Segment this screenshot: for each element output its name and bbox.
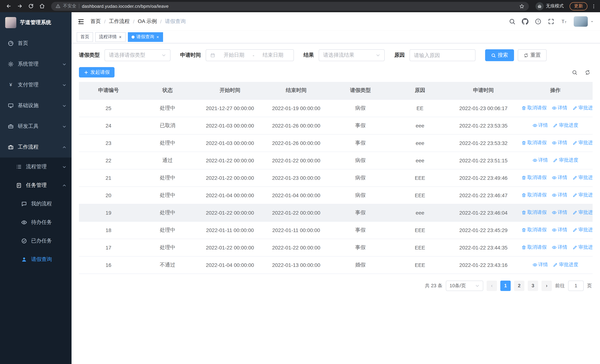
browser-update-button[interactable]: 更新 [570, 2, 587, 10]
browser-toolbar: 不安全 dashboard.yudao.iocoder.cn/bpm/oa/le… [0, 0, 600, 12]
help-button[interactable]: ? [535, 18, 542, 25]
close-tab-icon[interactable]: × [156, 34, 159, 39]
toggle-search-button[interactable] [572, 69, 577, 75]
font-size-button[interactable]: TT [561, 18, 567, 25]
leave-type-select[interactable]: 请选择请假类型 [104, 49, 170, 61]
approval-progress-link[interactable]: 审批进度 [572, 192, 593, 198]
tab-process-detail[interactable]: 流程详情 × [95, 32, 126, 42]
detail-link[interactable]: 详情 [552, 105, 567, 111]
browser-home-button[interactable] [37, 1, 47, 11]
breadcrumb-separator: / [133, 19, 134, 24]
detail-link[interactable]: 详情 [552, 192, 567, 198]
sidebar-item-dev-tools[interactable]: 研发工具 [0, 116, 72, 137]
sidebar-item-workflow[interactable]: 工作流程 [0, 137, 72, 158]
search-button[interactable]: 搜索 [485, 49, 514, 61]
cancel-leave-link[interactable]: 取消请假 [521, 227, 547, 233]
breadcrumb: 首页 / 工作流程 / OA 示例 / 请假查询 [90, 18, 186, 25]
breadcrumb-home[interactable]: 首页 [90, 18, 101, 25]
github-link[interactable] [522, 18, 528, 25]
approval-progress-link[interactable]: 审批进度 [572, 227, 593, 233]
browser-reload-button[interactable] [26, 1, 36, 11]
browser-back-button[interactable] [4, 1, 13, 11]
refresh-table-button[interactable] [585, 69, 590, 75]
approval-progress-link[interactable]: 审批进度 [553, 261, 578, 268]
detail-link[interactable]: 详情 [552, 140, 567, 146]
cancel-leave-link[interactable]: 取消请假 [521, 192, 547, 198]
cell-reason: EE [391, 99, 449, 117]
help-circle-icon: ? [535, 18, 542, 25]
page-button-1[interactable]: 1 [500, 280, 511, 291]
cell-apply-id: 21 [79, 169, 138, 187]
browser-forward-button[interactable] [15, 1, 24, 11]
sidebar-item-process-management[interactable]: 流程管理 [0, 158, 72, 176]
chevron-up-icon [62, 183, 66, 187]
detail-link[interactable]: 详情 [552, 174, 567, 181]
cell-end-time: 2022-01-26 00:00:00 [263, 134, 329, 152]
detail-link[interactable]: 详情 [532, 122, 548, 129]
breadcrumb-oa-example[interactable]: OA 示例 [138, 18, 157, 25]
prev-page-button[interactable]: ‹ [487, 280, 497, 291]
cancel-leave-link[interactable]: 取消请假 [521, 244, 547, 251]
cell-apply-time: 2022-01-22 23:45:29 [449, 221, 518, 239]
sidebar-collapse-button[interactable] [77, 18, 84, 25]
cell-apply-id: 16 [79, 256, 138, 274]
approval-progress-link[interactable]: 审批进度 [572, 209, 593, 216]
sidebar-item-my-process[interactable]: 我的流程 [0, 195, 72, 213]
approval-progress-link[interactable]: 审批进度 [572, 174, 593, 181]
next-page-button[interactable]: › [542, 280, 552, 291]
sidebar-item-done-tasks[interactable]: 已办任务 [0, 232, 72, 250]
cancel-leave-link[interactable]: 取消请假 [521, 105, 547, 111]
user-menu[interactable] [574, 16, 594, 27]
page-size-select[interactable]: 10条/页 [446, 280, 483, 291]
sidebar-item-leave-query[interactable]: 请假查询 [0, 250, 72, 269]
trash-icon [521, 193, 526, 197]
tab-home[interactable]: 首页 [77, 32, 93, 42]
goto-page-input[interactable] [568, 280, 584, 291]
detail-link[interactable]: 详情 [552, 227, 567, 233]
page-button-2[interactable]: 2 [514, 280, 525, 291]
browser-menu-button[interactable] [591, 3, 596, 9]
approval-progress-link[interactable]: 审批进度 [553, 122, 578, 129]
incognito-badge: 无痕模式 [533, 2, 566, 10]
cell-end-time: 2022-01-13 00:00:00 [263, 256, 329, 274]
address-bar[interactable]: 不安全 dashboard.yudao.iocoder.cn/bpm/oa/le… [51, 2, 529, 10]
sidebar-item-infrastructure[interactable]: 基础设施 [0, 95, 72, 116]
close-tab-icon[interactable]: × [119, 34, 122, 39]
approval-progress-link[interactable]: 审批进度 [572, 105, 593, 111]
create-leave-button[interactable]: 发起请假 [79, 67, 114, 77]
detail-link[interactable]: 详情 [532, 261, 548, 268]
page-button-3[interactable]: 3 [528, 280, 538, 291]
detail-link[interactable]: 详情 [532, 157, 548, 164]
col-operations: 操作 [518, 82, 593, 99]
breadcrumb-workflow[interactable]: 工作流程 [109, 18, 130, 25]
cell-status: 通过 [138, 152, 197, 169]
cell-end-time: 2022-01-26 00:00:00 [263, 117, 329, 134]
cell-apply-id: 23 [79, 134, 138, 152]
sidebar-item-home[interactable]: 首页 [0, 33, 72, 54]
sidebar-item-task-management[interactable]: 任务管理 [0, 176, 72, 195]
sidebar-item-todo-tasks[interactable]: 待办任务 [0, 213, 72, 232]
fullscreen-button[interactable] [548, 18, 554, 25]
approval-progress-link[interactable]: 审批进度 [572, 140, 593, 146]
table-tools [572, 69, 590, 75]
table-row: 23 处理中 2022-01-03 00:00:00 2022-01-26 00… [79, 134, 593, 152]
detail-link[interactable]: 详情 [552, 244, 567, 251]
svg-text:T: T [565, 20, 566, 24]
cancel-leave-link[interactable]: 取消请假 [521, 209, 547, 216]
reset-button[interactable]: 重置 [518, 49, 547, 61]
cancel-leave-link[interactable]: 取消请假 [521, 174, 547, 181]
sidebar-item-payment-management[interactable]: ¥ 支付管理 [0, 75, 72, 95]
date-range-picker[interactable]: 开始日期 - 结束日期 [206, 49, 294, 61]
header-search-button[interactable] [509, 18, 516, 25]
result-select[interactable]: 请选择流结果 [319, 49, 385, 61]
detail-link[interactable]: 详情 [552, 209, 567, 216]
reason-input[interactable] [410, 49, 476, 61]
cancel-leave-link[interactable]: 取消请假 [521, 140, 547, 146]
tab-leave-query[interactable]: 请假查询 × [128, 32, 163, 42]
bookmark-star-icon[interactable] [519, 3, 525, 9]
security-label: 不安全 [63, 3, 76, 9]
approval-progress-link[interactable]: 审批进度 [572, 244, 593, 251]
start-date-placeholder: 开始日期 [217, 52, 250, 59]
approval-progress-link[interactable]: 审批进度 [553, 157, 578, 164]
sidebar-item-system-management[interactable]: 系统管理 [0, 54, 72, 75]
